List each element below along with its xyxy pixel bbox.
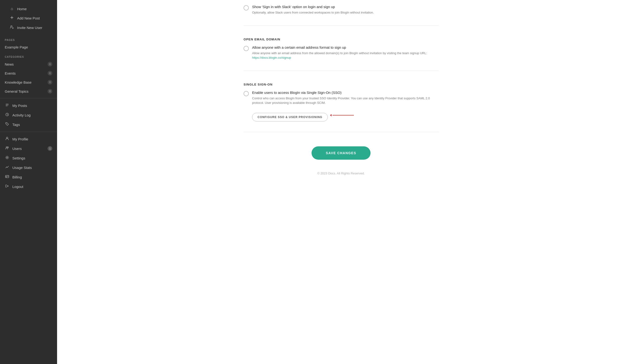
general-badge: 0 xyxy=(48,89,52,94)
sso-option-row: Enable users to access BlogIn via Single… xyxy=(244,90,438,121)
activity-log-icon xyxy=(5,113,9,117)
logout-icon xyxy=(5,184,9,189)
sidebar-item-settings[interactable]: Settings xyxy=(0,153,57,163)
arrow-annotation xyxy=(330,112,359,118)
sidebar-item-example-page[interactable]: Example Page xyxy=(0,43,57,52)
sidebar-item-add-new-post[interactable]: Add New Post xyxy=(5,13,52,23)
sidebar-item-users[interactable]: Users 1 xyxy=(0,144,57,153)
slack-option-desc: Optionally, allow Slack users from conne… xyxy=(252,10,438,15)
svg-rect-14 xyxy=(5,175,9,178)
home-icon: ⌂ xyxy=(9,7,14,11)
sidebar-item-knowledge-base[interactable]: Knowledge Base 0 xyxy=(0,78,57,87)
sidebar-divider-2 xyxy=(0,132,57,132)
svg-rect-6 xyxy=(6,105,9,105)
sidebar: ⌂ Home Add New Post Invite New User PAGE… xyxy=(0,0,57,364)
news-badge: 0 xyxy=(48,62,52,66)
svg-rect-16 xyxy=(6,177,7,177)
configure-sso-button[interactable]: CONFIGURE SSO & USER PROVISIONING xyxy=(252,113,328,121)
sso-option-text: Enable users to access BlogIn via Single… xyxy=(252,90,438,121)
sidebar-item-usage-stats[interactable]: Usage Stats xyxy=(0,163,57,172)
divider-1 xyxy=(244,26,438,26)
save-section: SAVE CHANGES xyxy=(244,137,438,167)
main-content: Show 'Sign in with Slack' option on logi… xyxy=(57,0,625,364)
svg-rect-1 xyxy=(12,16,12,19)
tags-icon xyxy=(5,122,9,127)
svg-point-12 xyxy=(7,147,9,148)
billing-icon xyxy=(5,175,9,179)
footer: © 2023 Docs. All Rights Reserved. xyxy=(244,167,438,180)
users-badge: 1 xyxy=(48,146,52,151)
slack-option-row: Show 'Sign in with Slack' option on logi… xyxy=(244,5,438,15)
slack-option-label: Show 'Sign in with Slack' option on logi… xyxy=(252,5,438,9)
divider-3 xyxy=(244,132,438,132)
svg-point-2 xyxy=(11,26,12,27)
single-sign-on-section: SINGLE SIGN-ON Enable users to access Bl… xyxy=(244,76,438,127)
sidebar-item-events[interactable]: Events 0 xyxy=(0,69,57,78)
sidebar-item-news[interactable]: News 0 xyxy=(0,60,57,69)
save-changes-button[interactable]: SAVE CHANGES xyxy=(312,146,371,160)
sso-option-label: Enable users to access BlogIn via Single… xyxy=(252,90,438,95)
sidebar-item-general-topics[interactable]: General Topics 0 xyxy=(0,87,57,96)
categories-section-label: CATEGORIES xyxy=(0,52,57,60)
sso-configure-container: CONFIGURE SSO & USER PROVISIONING xyxy=(252,109,438,121)
sidebar-item-invite-new-user[interactable]: Invite New User xyxy=(5,23,52,32)
open-email-option-row: Allow anyone with a certain email addres… xyxy=(244,45,438,60)
sidebar-item-logout[interactable]: Logout xyxy=(0,182,57,191)
pages-section-label: PAGES xyxy=(0,35,57,43)
slack-section: Show 'Sign in with Slack' option on logi… xyxy=(244,0,438,21)
sso-option-desc: Control who can access BlogIn from your … xyxy=(252,96,438,105)
my-posts-icon xyxy=(5,103,9,108)
sso-radio[interactable] xyxy=(244,91,249,96)
settings-icon xyxy=(5,156,9,160)
sidebar-item-home[interactable]: ⌂ Home xyxy=(5,4,52,13)
sidebar-item-my-profile[interactable]: My Profile xyxy=(0,134,57,144)
svg-point-9 xyxy=(6,123,7,124)
divider-2 xyxy=(244,71,438,71)
svg-marker-18 xyxy=(330,114,332,116)
sidebar-item-billing[interactable]: Billing xyxy=(0,172,57,182)
knowledge-badge: 0 xyxy=(48,80,52,84)
open-email-domain-section: OPEN EMAIL DOMAIN Allow anyone with a ce… xyxy=(244,30,438,66)
invite-user-icon xyxy=(9,25,14,30)
sidebar-item-tags[interactable]: Tags xyxy=(0,120,57,129)
open-email-option-label: Allow anyone with a certain email addres… xyxy=(252,45,438,49)
signup-link[interactable]: https://docs.blogin.co/signup xyxy=(252,56,291,59)
svg-point-13 xyxy=(7,157,8,158)
svg-rect-7 xyxy=(6,106,8,106)
add-post-icon xyxy=(9,16,14,20)
sso-title: SINGLE SIGN-ON xyxy=(244,83,438,86)
slack-option-text: Show 'Sign in with Slack' option on logi… xyxy=(252,5,438,15)
users-icon xyxy=(5,146,9,151)
my-profile-icon xyxy=(5,137,9,141)
open-email-option-text: Allow anyone with a certain email addres… xyxy=(252,45,438,60)
sidebar-item-my-posts[interactable]: My Posts xyxy=(0,101,57,110)
slack-radio[interactable] xyxy=(244,5,249,10)
open-email-domain-title: OPEN EMAIL DOMAIN xyxy=(244,38,438,41)
open-email-option-desc: Allow anyone with an email address from … xyxy=(252,51,438,60)
open-email-radio[interactable] xyxy=(244,46,249,51)
usage-stats-icon xyxy=(5,165,9,170)
sidebar-item-activity-log[interactable]: Activity Log xyxy=(0,110,57,120)
svg-point-10 xyxy=(6,137,8,139)
svg-rect-5 xyxy=(6,104,9,104)
sidebar-divider-1 xyxy=(0,98,57,98)
events-badge: 0 xyxy=(48,71,52,76)
